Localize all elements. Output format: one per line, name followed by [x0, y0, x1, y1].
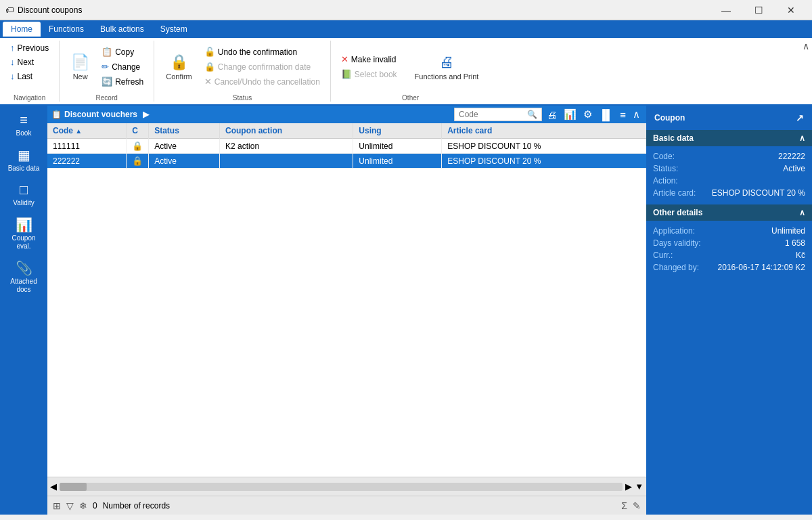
table-row[interactable]: 111111🔒ActiveK2 actionUnlimitedESHOP DIS…	[47, 139, 646, 154]
table-view-icon[interactable]: ⊞	[53, 500, 61, 511]
panel-row-status: Status: Active	[653, 162, 805, 175]
arrow-down-last-icon: ↓	[10, 71, 15, 81]
menu-bar: Home Functions Bulk actions System	[0, 20, 812, 38]
navigation-group-label: Navigation	[14, 93, 45, 102]
col-header-c[interactable]: C	[127, 123, 149, 139]
previous-button[interactable]: ↑ Previous	[5, 41, 53, 55]
record-group-label: Record	[96, 93, 118, 102]
col-header-article-card[interactable]: Article card	[442, 123, 646, 139]
sidebar-item-book[interactable]: ≡ Book	[3, 108, 45, 142]
sidebar-item-coupon-eval[interactable]: 📊 Coupon eval.	[3, 213, 45, 255]
last-button[interactable]: ↓ Last	[5, 69, 53, 83]
edit-status-icon[interactable]: ✎	[633, 500, 641, 511]
new-document-icon: 📄	[71, 53, 89, 71]
basic-data-collapse-icon: ∧	[799, 133, 805, 143]
new-button[interactable]: 📄 New	[65, 50, 95, 84]
menu-tab-bulk-actions[interactable]: Bulk actions	[92, 22, 152, 37]
scroll-down-btn[interactable]: ▼	[635, 481, 644, 492]
cell-c: 🔒	[127, 154, 149, 169]
scroll-left-btn[interactable]: ◀	[50, 481, 57, 492]
make-invalid-button[interactable]: ✕ Make invalid	[336, 52, 402, 66]
panel-section-basic-data: Basic data ∧ Code: 222222 Status: Active…	[646, 130, 812, 203]
status-group-label: Status	[233, 93, 252, 102]
code-key: Code:	[653, 152, 675, 161]
panel-row-action: Action:	[653, 175, 805, 187]
attached-docs-icon: 📎	[16, 260, 32, 276]
external-link-icon[interactable]: ↗	[796, 112, 804, 123]
minimize-button[interactable]: —	[710, 0, 742, 20]
next-label: Next	[18, 58, 35, 67]
unlock-icon: 🔓	[204, 47, 215, 57]
application-value: Unlimited	[771, 226, 805, 236]
confirm-button[interactable]: 🔒 Confirm	[160, 50, 198, 84]
basic-data-section-header[interactable]: Basic data ∧	[646, 130, 812, 146]
functions-print-button[interactable]: 🖨 Functions and Print	[409, 50, 485, 84]
cancel-label: Cancel/Undo the cancellation	[215, 77, 320, 87]
other-details-section-header[interactable]: Other details ∧	[646, 204, 812, 221]
filter-icon[interactable]: ▽	[66, 500, 74, 511]
select-book-button[interactable]: 📗 Select book	[336, 67, 402, 81]
change-confirmation-date-button[interactable]: 🔒 Change confirmation date	[200, 60, 325, 74]
menu-tab-system[interactable]: System	[152, 22, 196, 37]
panel-row-changed-by: Changed by: 2016-06-17 14:12:09 K2	[653, 261, 805, 274]
barcode-toolbar-icon[interactable]: ▐▌	[597, 108, 615, 121]
invalid-icon: ✕	[341, 54, 348, 64]
app-title: Discount coupons	[18, 5, 82, 15]
col-header-using[interactable]: Using	[353, 123, 442, 139]
cell-status: Active	[149, 154, 220, 169]
table-title: 📋 Discount vouchers ▶	[51, 110, 450, 119]
new-label: New	[73, 72, 88, 81]
right-panel-title: Coupon	[654, 113, 685, 123]
sidebar-item-validity[interactable]: □ Validity	[3, 178, 45, 211]
cell-article-card: ESHOP DISCOUNT 10 %	[442, 139, 646, 154]
panel-row-code: Code: 222222	[653, 150, 805, 162]
days-validity-value: 1 658	[785, 238, 805, 248]
attached-docs-label: Attached docs	[4, 278, 43, 294]
sigma-icon[interactable]: Σ	[621, 500, 627, 511]
menu-toolbar-icon[interactable]: ≡	[618, 108, 628, 121]
next-button[interactable]: ↓ Next	[5, 55, 53, 69]
right-panel: Coupon ↗ Basic data ∧ Code: 222222 Statu…	[646, 106, 812, 515]
undo-confirmation-button[interactable]: 🔓 Undo the confirmation	[200, 45, 325, 59]
horizontal-scrollbar[interactable]	[60, 483, 623, 491]
ribbon-group-record: 📄 New 📋 Copy ✏ Change 🔄 Refresh Record	[60, 41, 154, 102]
col-header-code[interactable]: Code ▲	[47, 123, 127, 139]
change-button[interactable]: ✏ Change	[97, 60, 148, 74]
search-input[interactable]	[459, 110, 527, 119]
maximize-button[interactable]: ☐	[743, 0, 774, 20]
article-card-key: Article card:	[653, 188, 696, 198]
print-toolbar-icon[interactable]: 🖨	[545, 108, 559, 121]
validity-label: Validity	[13, 199, 35, 207]
arrow-down-icon: ↓	[10, 57, 15, 67]
filter-count: 0	[93, 501, 97, 511]
col-header-coupon-action[interactable]: Coupon action	[220, 123, 353, 139]
panel-row-application: Application: Unlimited	[653, 225, 805, 237]
sidebar-item-basic-data[interactable]: ▦ Basic data	[3, 143, 45, 177]
chart-toolbar-icon[interactable]: 📊	[562, 108, 579, 121]
sidebar-item-attached-docs[interactable]: 📎 Attached docs	[3, 256, 45, 298]
menu-tab-functions[interactable]: Functions	[41, 22, 92, 37]
ribbon-group-other: ✕ Make invalid 📗 Select book 🖨 Functions…	[331, 41, 491, 102]
table-row[interactable]: 222222🔒ActiveUnlimitedESHOP DISCOUNT 20 …	[47, 154, 646, 169]
ribbon-collapse-button[interactable]: ∧	[803, 41, 809, 51]
action-key: Action:	[653, 176, 678, 186]
snowflake-icon[interactable]: ❄	[79, 500, 87, 511]
previous-label: Previous	[18, 43, 49, 53]
col-header-status[interactable]: Status	[149, 123, 220, 139]
settings-toolbar-icon[interactable]: ⚙	[581, 108, 594, 121]
menu-tab-home[interactable]: Home	[3, 22, 41, 37]
book-icon: 📗	[341, 69, 352, 79]
scroll-right-btn[interactable]: ▶	[625, 481, 632, 492]
close-button[interactable]: ✕	[775, 0, 807, 20]
cancel-undo-cancellation-button[interactable]: ✕ Cancel/Undo the cancellation	[200, 74, 325, 89]
copy-button[interactable]: 📋 Copy	[97, 45, 148, 59]
curr-value: Kč	[796, 251, 805, 260]
cell-coupon-action: K2 action	[220, 139, 353, 154]
days-validity-key: Days validity:	[653, 238, 701, 248]
search-box: 🔍	[454, 108, 542, 121]
collapse-toolbar-icon[interactable]: ∧	[631, 108, 642, 121]
refresh-button[interactable]: 🔄 Refresh	[97, 74, 148, 89]
other-details-section-title: Other details	[653, 208, 702, 217]
changed-by-value: 2016-06-17 14:12:09 K2	[718, 263, 805, 272]
refresh-icon: 🔄	[102, 77, 112, 87]
